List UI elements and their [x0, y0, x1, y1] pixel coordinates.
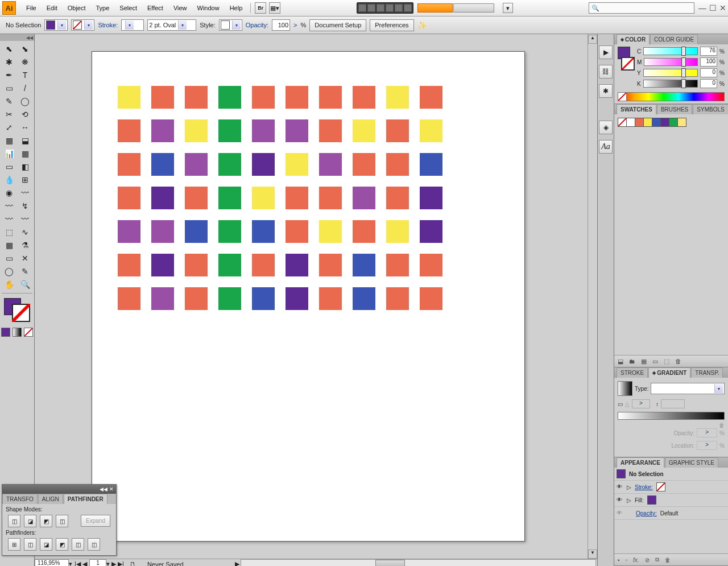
color-spectrum[interactable] — [618, 92, 725, 101]
color-square[interactable] — [185, 86, 208, 109]
gradient-bar[interactable] — [618, 412, 725, 420]
tool-14[interactable]: ▦ — [1, 134, 17, 147]
tool-8[interactable]: ✎ — [1, 94, 17, 108]
swatch[interactable] — [660, 118, 669, 127]
tab-appearance[interactable]: APPEARANCE — [617, 457, 664, 468]
color-square[interactable] — [386, 254, 409, 276]
tab-gradient[interactable]: ◈GRADIENT — [648, 367, 690, 378]
dock-wand-icon[interactable]: ✱ — [599, 84, 613, 98]
dock-layers-icon[interactable]: ◈ — [599, 121, 613, 134]
tab-graphic-styles[interactable]: GRAPHIC STYLE — [665, 457, 718, 468]
color-square[interactable] — [218, 187, 241, 209]
close-icon[interactable]: ✕ — [719, 3, 726, 13]
trim-button[interactable]: ◫ — [24, 538, 36, 551]
opacity-input[interactable]: 100 — [272, 19, 290, 31]
color-square[interactable] — [118, 287, 140, 310]
tool-4[interactable]: ✒ — [1, 68, 17, 81]
tab-swatches[interactable]: SWATCHES — [617, 104, 656, 114]
tab-brushes[interactable]: BRUSHES — [657, 104, 692, 114]
menu-help[interactable]: Help — [225, 2, 248, 14]
tab-transform[interactable]: TRANSFO — [2, 494, 38, 504]
color-square[interactable] — [319, 220, 342, 243]
tool-7[interactable]: / — [17, 81, 33, 94]
maximize-icon[interactable]: ☐ — [709, 3, 717, 13]
swatch[interactable] — [635, 118, 644, 127]
color-square[interactable] — [353, 86, 375, 109]
color-square[interactable] — [386, 287, 409, 310]
media-controls[interactable] — [357, 2, 413, 14]
expand-button[interactable]: Expand — [81, 515, 110, 527]
swatch[interactable] — [643, 118, 652, 127]
color-square[interactable] — [118, 153, 140, 176]
tab-transparency[interactable]: TRANSP. — [691, 367, 723, 378]
color-square[interactable] — [185, 119, 208, 142]
menu-type[interactable]: Type — [91, 2, 115, 14]
color-square[interactable] — [118, 254, 140, 276]
dock-type-icon[interactable]: Aa — [599, 140, 613, 154]
menu-object[interactable]: Object — [63, 2, 91, 14]
color-square[interactable] — [218, 119, 241, 142]
outline-button[interactable]: ◫ — [72, 538, 84, 551]
color-square[interactable] — [118, 119, 140, 142]
tab-color-guide[interactable]: COLOR GUIDE — [650, 34, 698, 44]
tool-1[interactable]: ⬊ — [17, 42, 33, 55]
tool-34[interactable]: ◯ — [1, 265, 17, 278]
color-square[interactable] — [286, 187, 308, 209]
swatch[interactable] — [677, 118, 686, 127]
color-square[interactable] — [218, 287, 241, 310]
magic-wand-icon[interactable]: ✨ — [417, 21, 427, 30]
color-square[interactable] — [420, 119, 442, 142]
menu-file[interactable]: File — [21, 2, 42, 14]
workspace-caret[interactable]: ▾ — [503, 3, 513, 13]
tool-33[interactable]: ✕ — [17, 251, 33, 265]
color-square[interactable] — [420, 220, 442, 243]
color-square[interactable] — [386, 119, 409, 142]
dock-play-icon[interactable]: ▶ — [599, 46, 613, 59]
brush-dropdown[interactable]: 2 pt. Oval▾ — [147, 19, 196, 31]
color-square[interactable] — [353, 287, 375, 310]
color-square[interactable] — [252, 187, 275, 209]
color-square[interactable] — [185, 187, 208, 209]
color-square[interactable] — [151, 86, 174, 109]
color-square[interactable] — [151, 254, 174, 276]
color-square[interactable] — [420, 153, 442, 176]
horizontal-scrollbar[interactable] — [241, 559, 597, 566]
tool-6[interactable]: ▭ — [1, 81, 17, 94]
color-square[interactable] — [353, 220, 375, 243]
tool-36[interactable]: ✋ — [1, 278, 17, 291]
color-square[interactable] — [319, 153, 342, 176]
menu-view[interactable]: View — [168, 2, 192, 14]
tool-20[interactable]: 💧 — [1, 173, 17, 186]
color-square[interactable] — [319, 187, 342, 209]
tab-symbols[interactable]: SYMBOLS — [693, 104, 728, 114]
tool-13[interactable]: ↔ — [17, 121, 33, 134]
menu-effect[interactable]: Effect — [142, 2, 168, 14]
tool-31[interactable]: ⚗ — [17, 238, 33, 251]
color-square[interactable] — [151, 153, 174, 176]
stroke-weight-dropdown[interactable]: ▾ — [121, 19, 144, 31]
arrange-icon[interactable]: ▦▾ — [269, 2, 280, 14]
color-square[interactable] — [386, 153, 409, 176]
merge-button[interactable]: ◪ — [40, 538, 52, 551]
tool-24[interactable]: 〰 — [1, 199, 17, 212]
swatches-footer[interactable]: ⬓🖿▦▭⬚🗑 — [614, 355, 728, 367]
crop-button[interactable]: ◩ — [56, 538, 68, 551]
swatch[interactable] — [669, 118, 678, 127]
color-square[interactable] — [286, 119, 308, 142]
tool-12[interactable]: ⤢ — [1, 121, 17, 134]
color-square[interactable] — [218, 220, 241, 243]
color-square[interactable] — [252, 86, 275, 109]
color-square[interactable] — [118, 187, 140, 209]
color-square[interactable] — [151, 119, 174, 142]
color-square[interactable] — [286, 254, 308, 276]
exclude-button[interactable]: ◫ — [56, 515, 68, 527]
menu-edit[interactable]: Edit — [42, 2, 63, 14]
tool-25[interactable]: ↯ — [17, 199, 33, 212]
tool-16[interactable]: 📊 — [1, 147, 17, 160]
intersect-button[interactable]: ◩ — [40, 515, 52, 527]
color-mode-toggles[interactable] — [0, 328, 34, 337]
tool-15[interactable]: ⬓ — [17, 134, 33, 147]
minus-front-button[interactable]: ◪ — [24, 515, 36, 527]
pathfinder-panel[interactable]: ◀◀ ✕ TRANSFO ALIGN PATHFINDER Shape Mode… — [2, 484, 117, 556]
color-square[interactable] — [151, 187, 174, 209]
